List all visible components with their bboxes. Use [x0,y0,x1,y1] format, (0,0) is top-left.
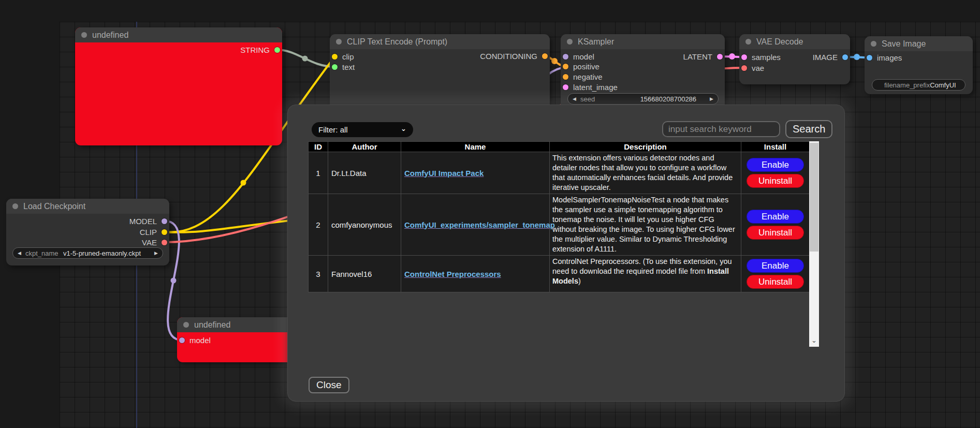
decrement-arrow-icon[interactable]: ◀ [18,251,21,256]
enable-button[interactable]: Enable [747,259,804,273]
chevron-down-icon: ⌄ [401,125,406,132]
node-undefined-top[interactable]: undefined STRING [75,27,282,145]
input-dot-model[interactable] [179,337,185,343]
uninstall-button[interactable]: Uninstall [747,275,804,289]
node-title-bar[interactable]: undefined [177,317,298,332]
input-dot-clip[interactable] [332,54,338,60]
slot-label: latent_image [573,83,618,92]
output-dot-image[interactable] [842,54,848,60]
output-dot-conditioning[interactable] [542,53,548,59]
increment-arrow-icon[interactable]: ▶ [154,251,158,256]
input-dot-positive[interactable] [563,64,568,69]
widget-name: ckpt_name [25,249,58,257]
input-slot-images: images [867,52,902,63]
scrollbar-down-arrow-icon[interactable]: ⌄ [809,337,819,344]
extension-link[interactable]: ComfyUI_experiments/sampler_tonemap [404,220,555,229]
seed-widget[interactable]: ◀ seed 156680208700286 ▶ [567,93,719,105]
description-text: This extension offers various detector n… [552,154,733,191]
slot-label: vae [752,64,764,72]
node-title: CLIP Text Encode (Prompt) [347,37,447,47]
increment-arrow-icon[interactable]: ▶ [710,97,713,101]
node-title-bar[interactable]: VAE Decode [739,34,850,49]
widget-value: 156680208700286 [640,95,696,103]
slot-label: clip [342,52,354,61]
filename-prefix-widget[interactable]: filename_prefix ComfyUI [872,79,966,91]
input-dot-images[interactable] [867,55,872,61]
input-dot-model[interactable] [563,54,568,60]
column-header: ID [309,142,328,152]
collapse-dot-icon[interactable] [567,39,573,45]
collapse-dot-icon[interactable] [871,41,876,47]
node-title: undefined [194,320,230,330]
slot-label: images [877,53,902,62]
filter-dropdown[interactable]: Filter: all ⌄ [312,122,413,137]
input-dot-latent-image[interactable] [563,84,568,90]
node-title-bar[interactable]: undefined [75,27,282,42]
output-dot-string[interactable] [274,47,280,53]
extensions-table-header-row: IDAuthorNameDescriptionInstall [309,142,810,152]
output-slot-clip: CLIP [140,227,167,237]
slot-label: text [342,63,355,71]
extension-id: 3 [309,256,328,292]
extension-link[interactable]: ComfyUI Impact Pack [404,169,484,178]
scrollbar-thumb[interactable] [810,143,818,252]
extension-name-cell: ComfyUI_experiments/sampler_tonemap [401,194,550,256]
output-dot-latent[interactable] [717,54,723,60]
slot-label: LATENT [683,52,712,61]
node-save-image[interactable]: Save Image images filename_prefix ComfyU… [865,36,973,94]
node-title-bar[interactable]: CLIP Text Encode (Prompt) [330,34,550,49]
table-scrollbar[interactable]: ⌄ [809,141,819,347]
widget-name: filename_prefix [884,81,930,89]
output-slot-vae: VAE [142,237,167,247]
filter-dropdown-value: Filter: all [318,125,348,134]
node-title-bar[interactable]: KSampler [561,34,725,49]
extension-description: ControlNet Preprocessors. (To use this e… [550,256,741,292]
output-dot-clip[interactable] [162,229,167,235]
collapse-dot-icon[interactable] [183,322,189,328]
enable-button[interactable]: Enable [747,210,804,224]
node-title-bar[interactable]: Save Image [865,36,973,51]
extension-install-cell: EnableUninstall [741,256,810,292]
extension-id: 2 [309,194,328,256]
uninstall-button[interactable]: Uninstall [747,226,804,240]
node-undefined-bottom[interactable]: undefined model [177,317,298,362]
input-dot-vae[interactable] [741,65,747,71]
node-title: Save Image [882,39,926,49]
extension-description: This extension offers various detector n… [550,152,741,194]
extension-manager-dialog: Filter: all ⌄ Search IDAuthorNameDescrip… [287,105,845,402]
extension-row: 2comfyanonymousComfyUI_experiments/sampl… [309,194,810,256]
output-dot-model[interactable] [162,218,167,224]
output-dot-vae[interactable] [162,240,167,245]
ckpt-name-widget[interactable]: ◀ ckpt_name v1-5-pruned-emaonly.ckpt ▶ [12,247,163,259]
extension-link[interactable]: ControlNet Preprocessors [404,270,501,278]
node-title-bar[interactable]: Load Checkpoint [6,199,169,214]
collapse-dot-icon[interactable] [336,39,342,45]
decrement-arrow-icon[interactable]: ◀ [573,97,576,101]
column-header: Name [401,142,550,152]
input-dot-samples[interactable] [741,54,747,60]
search-input[interactable] [662,121,780,137]
comfyui-app: undefined STRING CLIP Text Encode (Promp… [0,0,980,428]
close-button[interactable]: Close [309,377,349,393]
input-slot-samples: samples [741,52,781,62]
node-load-checkpoint[interactable]: Load Checkpoint MODEL CLIP VAE ◀ ckpt_na… [6,199,169,265]
slot-label: negative [573,72,603,81]
column-header: Install [741,142,810,152]
input-dot-text[interactable] [332,64,338,70]
column-header: Description [550,142,741,152]
input-slot-vae: vae [741,63,764,73]
slot-label: VAE [142,238,157,247]
input-dot-negative[interactable] [563,74,568,80]
uninstall-button[interactable]: Uninstall [747,174,804,188]
slot-label: model [573,52,594,61]
collapse-dot-icon[interactable] [745,39,751,45]
node-vae-decode[interactable]: VAE Decode samples vae IMAGE [739,34,850,84]
collapse-dot-icon[interactable] [12,203,18,209]
collapse-dot-icon[interactable] [81,32,87,38]
slot-label: IMAGE [813,53,838,62]
enable-button[interactable]: Enable [747,158,804,172]
link-midpoint-dot [854,54,860,60]
search-button[interactable]: Search [785,120,832,138]
slot-label: STRING [240,46,270,54]
input-slot-text: text [332,62,355,72]
